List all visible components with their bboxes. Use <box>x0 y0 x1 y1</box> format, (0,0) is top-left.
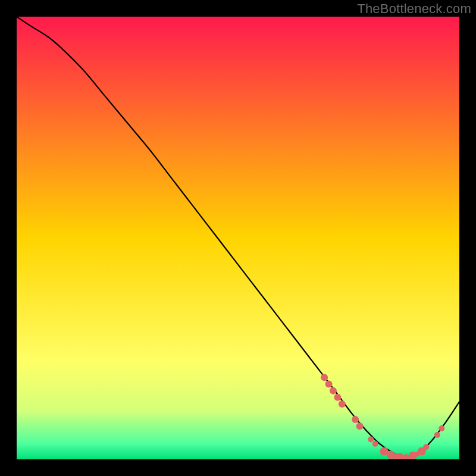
bottleneck-dots <box>334 394 341 401</box>
bottleneck-dots <box>330 387 337 394</box>
bottleneck-dots <box>356 422 364 430</box>
chart-container: TheBottleneck.com <box>0 0 476 476</box>
bottleneck-dots <box>352 416 359 423</box>
gradient-background <box>17 17 459 459</box>
watermark-text: TheBottleneck.com <box>357 1 471 17</box>
bottleneck-dots <box>339 400 346 408</box>
bottleneck-dots <box>325 381 333 388</box>
bottleneck-dots <box>321 374 328 381</box>
bottleneck-dots <box>434 432 440 438</box>
bottleneck-dots <box>372 441 378 447</box>
bottleneck-dots <box>423 444 429 450</box>
chart-svg <box>17 17 459 459</box>
bottleneck-dots <box>368 437 374 443</box>
plot-area <box>17 17 459 459</box>
bottleneck-dots <box>439 425 444 431</box>
